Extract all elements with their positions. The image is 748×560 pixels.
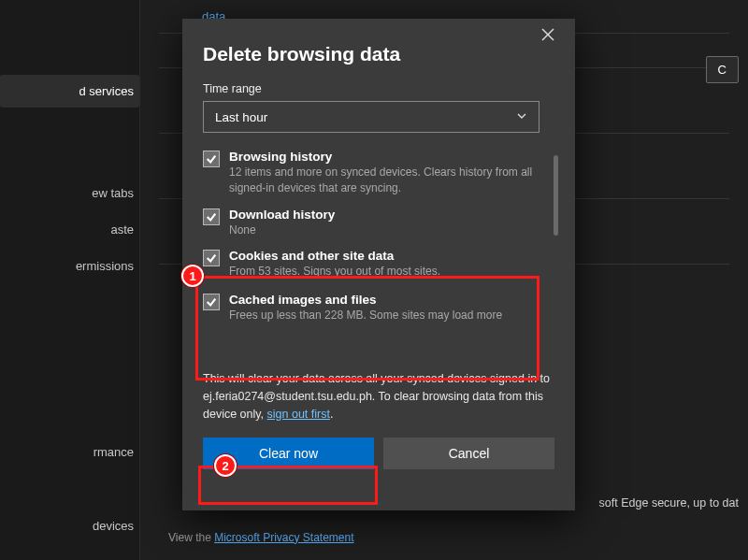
delete-browsing-data-dialog: Delete browsing data Time range Last hou… (182, 19, 575, 510)
sidebar-item-paste[interactable]: aste (0, 213, 139, 246)
time-range-value: Last hour (215, 110, 267, 124)
close-icon[interactable] (541, 28, 564, 50)
dialog-title: Delete browsing data (203, 43, 554, 65)
option-desc: Frees up less than 228 MB. Some sites ma… (229, 308, 502, 323)
dialog-button-row: Clear now Cancel (203, 438, 554, 469)
scrollbar[interactable] (554, 155, 558, 236)
checkbox[interactable] (203, 151, 220, 167)
option-cookies[interactable]: Cookies and other site data From 53 site… (203, 249, 554, 280)
time-range-label: Time range (203, 82, 554, 95)
option-title: Cached images and files (229, 293, 502, 307)
sidebar-item-performance[interactable]: rmance (0, 436, 139, 468)
checkbox[interactable] (203, 208, 220, 225)
privacy-statement-link[interactable]: Microsoft Privacy Statement (214, 531, 353, 544)
settings-sidebar: d services ew tabs aste ermissions rmanc… (0, 0, 140, 560)
bg-footer-sub-prefix: View the (168, 531, 214, 544)
option-browsing-history[interactable]: Browsing history 12 items and more on sy… (203, 150, 554, 196)
sidebar-item-services[interactable]: d services (0, 75, 139, 108)
checkbox[interactable] (203, 250, 220, 266)
choose-button[interactable]: C (706, 56, 739, 83)
chevron-down-icon (516, 110, 527, 123)
sidebar-item-permissions[interactable]: ermissions (0, 250, 139, 282)
disclaimer-text: This will clear your data across all you… (203, 370, 554, 423)
option-title: Browsing history (229, 150, 554, 164)
option-desc: 12 items and more on synced devices. Cle… (229, 165, 554, 196)
option-download-history[interactable]: Download history None (203, 208, 554, 238)
option-cached[interactable]: Cached images and files Frees up less th… (203, 293, 554, 323)
cancel-button[interactable]: Cancel (383, 438, 554, 469)
sign-out-link[interactable]: sign out first (267, 408, 330, 421)
option-desc: From 53 sites. Signs you out of most sit… (229, 264, 440, 280)
sidebar-item-devices[interactable]: devices (0, 510, 139, 542)
options-list: Browsing history 12 items and more on sy… (203, 150, 554, 365)
option-title: Cookies and other site data (229, 249, 440, 263)
option-title: Download history (229, 208, 335, 222)
time-range-select[interactable]: Last hour (203, 101, 539, 133)
clear-now-button[interactable]: Clear now (203, 438, 374, 469)
option-desc: None (229, 223, 335, 238)
checkbox[interactable] (203, 294, 220, 310)
sidebar-item-newtabs[interactable]: ew tabs (0, 177, 139, 209)
